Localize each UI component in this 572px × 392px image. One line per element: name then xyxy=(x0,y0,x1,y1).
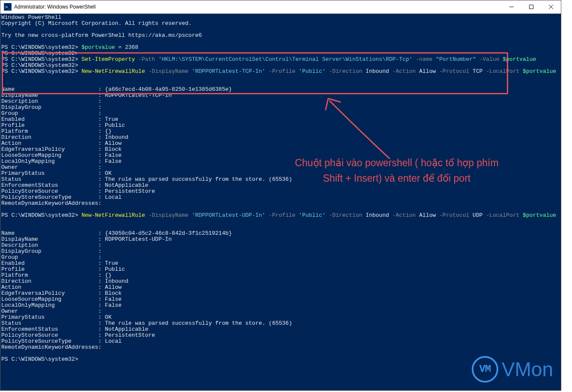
output-row: PolicyStoreSourceType : Local xyxy=(1,194,122,200)
output-row: Owner : xyxy=(1,164,105,171)
vmon-text: VMon xyxy=(502,366,553,372)
output-row: Name : {a66c7ecd-4b08-4a95-8250-1e1385d6… xyxy=(1,86,232,93)
annotation-arrow-icon xyxy=(323,94,392,161)
vmon-watermark: VM VMon xyxy=(472,356,553,383)
output-row: Platform : {} xyxy=(1,128,111,135)
prompt: PS C:\WINDOWS\system32> xyxy=(1,44,78,51)
output-row: Status : The rule was parsed successfull… xyxy=(1,320,292,326)
output-row: Group : xyxy=(1,110,105,117)
cmd1-val: = 2368 xyxy=(115,44,138,51)
output-row: PrimaryStatus : OK xyxy=(1,314,111,320)
intro-line1: Windows PowerShell xyxy=(1,14,61,21)
output-row: Platform : {} xyxy=(1,272,111,278)
output-row: Enabled : True xyxy=(1,116,118,123)
titlebar[interactable]: >_ Administrator: Windows PowerShell xyxy=(0,0,561,14)
powershell-window: >_ Administrator: Windows PowerShell Win… xyxy=(0,0,561,391)
output-row: DisplayName : RDPPORTLatest-UDP-In xyxy=(1,236,172,242)
powershell-icon: >_ xyxy=(4,3,12,11)
output-row: LocalOnlyMapping : False xyxy=(1,158,122,165)
output-row: Direction : Inbound xyxy=(1,278,128,284)
annotation-text: Chuột phải vào powershell ( hoặc tổ hợp … xyxy=(283,155,510,186)
output-row: Profile : Public xyxy=(1,122,125,129)
prompt: PS C:\WINDOWS\system32> xyxy=(1,50,78,57)
output-row: EdgeTraversalPolicy : Block xyxy=(1,146,122,153)
cmd1-var: $portvalue xyxy=(81,44,115,51)
intro-try: Try the new cross-platform PowerShell ht… xyxy=(1,32,202,39)
output-row: Owner : xyxy=(1,308,105,314)
output-block-2: Name : {43050c04-d5c2-46c8-842d-3f1c2519… xyxy=(1,230,292,350)
output-row: Group : xyxy=(1,254,105,260)
output-row: PolicyStoreSource : PersistentStore xyxy=(1,332,155,338)
output-block-1: Name : {a66c7ecd-4b08-4a95-8250-1e1385d6… xyxy=(1,86,292,206)
output-row: Action : Allow xyxy=(1,284,122,290)
output-row: EdgeTraversalPolicy : Block xyxy=(1,290,122,296)
output-row: DisplayGroup : xyxy=(1,248,105,254)
cmd3-cmdlet: New-NetFirewallRule xyxy=(81,68,145,75)
prompt: PS C:\WINDOWS\system32> xyxy=(1,62,78,69)
prompt: PS C:\WINDOWS\system32> xyxy=(1,68,78,75)
window-title: Administrator: Windows PowerShell xyxy=(14,4,96,10)
output-row: DisplayGroup : xyxy=(1,104,105,111)
output-row: RemoteDynamicKeywordAddresses: xyxy=(1,200,105,206)
output-row: PrimaryStatus : OK xyxy=(1,170,111,177)
output-row: EnforcementStatus : NotApplicable xyxy=(1,182,148,189)
prompt: PS C:\WINDOWS\system32> xyxy=(1,212,78,218)
output-row: Action : Allow xyxy=(1,140,122,147)
output-row: PolicyStoreSource : PersistentStore xyxy=(1,188,155,195)
cmd2-cmdlet: Set-ItemProperty xyxy=(81,56,135,63)
output-row: Direction : Inbound xyxy=(1,134,128,141)
cmd4-cmdlet: New-NetFirewallRule xyxy=(81,212,145,218)
minimize-button[interactable] xyxy=(502,0,521,13)
output-row: Description : xyxy=(1,242,105,248)
output-row: Enabled : True xyxy=(1,260,118,266)
svg-rect-1 xyxy=(530,5,533,9)
output-row: LocalOnlyMapping : False xyxy=(1,302,122,308)
output-row: Profile : Public xyxy=(1,266,125,272)
prompt: PS C:\WINDOWS\system32> xyxy=(1,56,78,63)
output-row: LooseSourceMapping : False xyxy=(1,296,122,302)
prompt: PS C:\WINDOWS\system32> xyxy=(1,356,78,362)
output-row: LooseSourceMapping : False xyxy=(1,152,122,159)
output-row: Status : The rule was parsed successfull… xyxy=(1,176,292,183)
output-row: Name : {43050c04-d5c2-46c8-842d-3f1c2519… xyxy=(1,230,232,236)
maximize-button[interactable] xyxy=(521,0,541,13)
output-row: Description : xyxy=(1,98,105,105)
output-row: EnforcementStatus : NotApplicable xyxy=(1,326,148,332)
vmon-badge-icon: VM xyxy=(472,356,498,383)
intro-line2: Copyright (C) Microsoft Corporation. All… xyxy=(1,20,192,27)
terminal[interactable]: Windows PowerShell Copyright (C) Microso… xyxy=(0,14,561,390)
output-row: PolicyStoreSourceType : Local xyxy=(1,338,122,344)
output-row: DisplayName : RDPPORTLatest-TCP-In xyxy=(1,92,172,99)
close-button[interactable] xyxy=(541,0,561,13)
output-row: RemoteDynamicKeywordAddresses: xyxy=(1,344,105,350)
